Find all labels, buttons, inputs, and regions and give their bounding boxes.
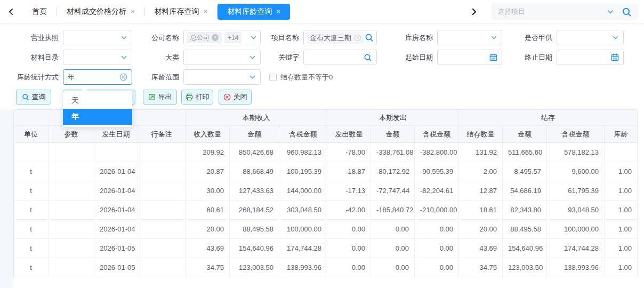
col-in-tax-amount[interactable]: 含税金额	[279, 126, 327, 143]
cell-out-amount: -72,747.44	[371, 181, 415, 201]
cell-param	[49, 162, 94, 181]
table-row[interactable]: t2026-01-0534.75123,003.50138,993.960.00…	[14, 258, 638, 277]
tab-close-icon[interactable]: ×	[204, 8, 208, 15]
tab-material-stock-query[interactable]: 材料库存查询 ×	[145, 4, 218, 20]
cell-row-note	[138, 162, 186, 181]
table-row[interactable]: t2026-01-0420.8788,668.49100,195.39-18.8…	[14, 162, 638, 181]
nonzero-balance-label: 结存数量不等于0	[280, 73, 333, 82]
col-balance-qty[interactable]: 结存数量	[459, 126, 503, 143]
search-icon[interactable]	[364, 53, 372, 62]
cell-row-note	[138, 220, 186, 239]
search-icon[interactable]	[365, 33, 374, 42]
cell-row-note	[138, 239, 186, 258]
start-date-input[interactable]	[437, 50, 502, 65]
keyword-input[interactable]	[303, 50, 377, 65]
owner-supplied-label: 是否甲供	[496, 33, 557, 43]
material-catalog-select[interactable]	[63, 50, 132, 65]
cell-row-note	[138, 201, 186, 220]
col-row-note[interactable]: 行备注	[138, 126, 186, 143]
chevron-down-icon	[249, 74, 256, 81]
cell-in-qty: 60.61	[186, 201, 230, 220]
cell-unit: t	[14, 239, 49, 258]
tag-close-icon[interactable]: ×	[212, 34, 219, 41]
cell-age: 1.00	[605, 162, 638, 181]
grid-left-gutter	[0, 109, 13, 288]
col-out-qty[interactable]: 发出数量	[327, 126, 371, 143]
totals-row[interactable]: 209.92850,426.68960,982.13-78.00-338,761…	[14, 143, 638, 162]
age-range-label: 库龄范围	[123, 73, 183, 82]
project-name-label: 项目名称	[243, 33, 303, 43]
print-button[interactable]: 打印	[181, 90, 213, 105]
export-button[interactable]: 导出	[143, 90, 177, 105]
search-icon[interactable]	[622, 7, 632, 17]
col-in-qty[interactable]: 收入数量	[186, 126, 230, 143]
dropdown-option-day[interactable]: 天	[63, 93, 132, 109]
tab-material-age-query[interactable]: 材料库龄查询 ×	[218, 4, 290, 20]
col-date[interactable]: 发生日期	[94, 126, 138, 143]
cell-out-tax-amount: -90,595.39	[415, 162, 459, 181]
tab-close-icon[interactable]: ×	[276, 8, 280, 15]
tab-material-price-analysis[interactable]: 材料成交价格分析 ×	[57, 4, 144, 20]
query-button[interactable]: 查询	[16, 90, 51, 105]
col-param[interactable]: 参数	[49, 126, 94, 143]
cell-in-amount: 123,003.50	[230, 258, 279, 277]
table-row[interactable]: t2026-01-0543.69154,640.96174,744.280.00…	[14, 239, 638, 258]
col-out-tax-amount[interactable]: 含税金额	[415, 126, 459, 143]
col-in-amount[interactable]: 金额	[230, 126, 279, 143]
cell-balance-amount: 88,495.58	[503, 220, 547, 239]
cell-age	[605, 143, 638, 162]
calendar-icon	[611, 53, 619, 61]
cell-unit	[14, 143, 49, 162]
cell-in-qty: 30.00	[186, 181, 230, 201]
cell-age: 1.00	[605, 181, 638, 201]
tabs-scroll-left-icon[interactable]	[4, 5, 18, 19]
cell-in-amount: 268,184.52	[230, 201, 279, 220]
chevron-down-icon[interactable]	[607, 8, 614, 15]
col-age[interactable]: 库龄	[605, 126, 638, 143]
cell-in-qty: 34.75	[186, 258, 230, 277]
cell-unit: t	[14, 220, 49, 239]
cell-in-amount: 850,426.68	[230, 143, 279, 162]
tabs-scroll-right-icon[interactable]	[467, 5, 481, 19]
nonzero-balance-checkbox-group[interactable]: 结存数量不等于0	[269, 69, 333, 85]
age-stat-method-select[interactable]: 年	[63, 69, 132, 85]
cell-date	[94, 143, 138, 162]
cell-in-tax-amount: 303,048.50	[279, 201, 327, 220]
start-date-label: 起始日期	[376, 53, 437, 62]
warehouse-name-select[interactable]	[437, 30, 502, 45]
business-license-select[interactable]	[63, 30, 132, 45]
checkbox-icon[interactable]	[269, 74, 277, 81]
column-header-row: 单位 参数 发生日期 行备注 收入数量 金额 含税金额 发出数量 金额 含税金额…	[14, 126, 638, 143]
col-unit[interactable]: 单位	[14, 126, 49, 143]
tab-home[interactable]: 首页	[22, 4, 57, 20]
cell-balance-amount: 154,640.96	[503, 239, 547, 258]
table-row[interactable]: t2026-01-0430.00127,433.63144,000.00-17.…	[14, 181, 638, 201]
cell-balance-amount: 8,495.57	[503, 162, 547, 181]
age-range-select[interactable]	[183, 69, 261, 85]
project-quick-select-placeholder: 选择项目	[497, 7, 607, 17]
close-button[interactable]: 关闭	[219, 90, 252, 105]
tab-label: 材料成交价格分析	[67, 7, 126, 17]
clear-icon[interactable]: ×	[355, 35, 361, 41]
owner-supplied-select[interactable]	[557, 30, 624, 45]
cell-date: 2026-01-05	[94, 258, 138, 277]
cell-in-tax-amount: 144,000.00	[279, 181, 327, 201]
end-date-input[interactable]	[557, 50, 624, 65]
cell-balance-qty: 2.00	[459, 162, 503, 181]
dropdown-option-year[interactable]: 年	[63, 109, 132, 125]
cell-balance-qty: 20.00	[459, 220, 503, 239]
col-balance-amount[interactable]: 金额	[503, 126, 547, 143]
project-quick-select[interactable]: 选择项目	[492, 4, 638, 20]
cell-balance-amount: 123,003.50	[503, 258, 547, 277]
cell-out-tax-amount: 0.00	[415, 220, 459, 239]
cell-param	[49, 239, 94, 258]
cell-unit: t	[14, 162, 49, 181]
col-balance-tax-amount[interactable]: 含税金额	[547, 126, 605, 143]
col-out-amount[interactable]: 金额	[371, 126, 415, 143]
cell-unit: t	[14, 258, 49, 277]
table-row[interactable]: t2026-01-0460.61268,184.52303,048.50-42.…	[14, 201, 638, 220]
age-stat-method-label: 库龄统计方式	[0, 73, 63, 82]
tab-close-icon[interactable]: ×	[131, 8, 135, 15]
table-row[interactable]: t2026-01-0420.0088,495.58100,000.000.000…	[14, 220, 638, 239]
project-name-picker[interactable]: 金石大厦三期 ×	[303, 30, 377, 45]
